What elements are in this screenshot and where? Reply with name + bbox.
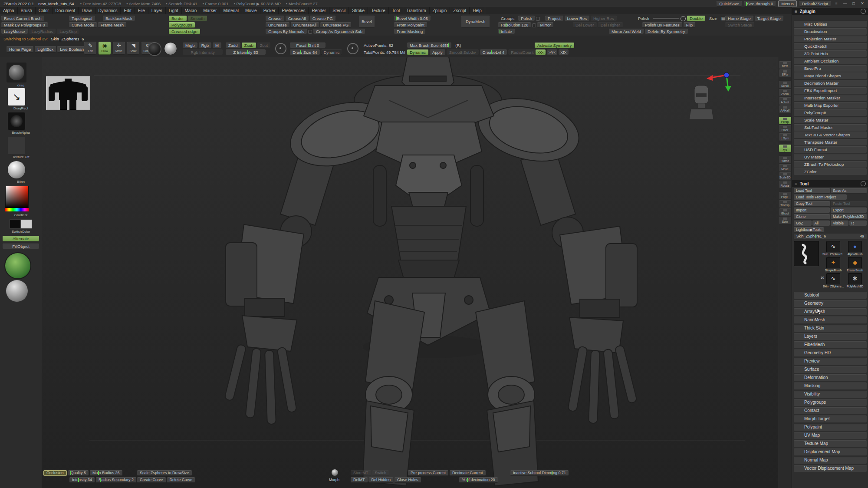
polish-slider-track[interactable] <box>653 18 679 19</box>
shelf-button[interactable]: UnCreaseAll <box>291 22 319 28</box>
rail-icon-button[interactable]: Floor <box>779 125 791 132</box>
tool-subpalette-item[interactable]: Thick Skin <box>794 325 867 332</box>
tool-subpalette-item[interactable]: UV Map <box>794 432 867 439</box>
stage-button[interactable]: Home Stage <box>725 16 753 21</box>
menu-item[interactable]: Transform <box>403 7 429 14</box>
tool-action-button[interactable]: Load Tools From Project <box>794 195 847 200</box>
ring-toggle-icon[interactable] <box>681 16 686 21</box>
brush-option-button[interactable]: CreaseLvl 4 <box>480 49 507 55</box>
zplugin-item[interactable]: 3D Print Hub <box>794 50 867 57</box>
tool-action-button[interactable]: Visible <box>831 221 848 226</box>
brush-option-button[interactable]: RadialCount <box>508 49 536 55</box>
double-button[interactable]: Double <box>687 16 705 21</box>
color-picker[interactable] <box>5 186 29 208</box>
current-color-circle[interactable] <box>4 252 31 279</box>
hue-bar[interactable] <box>5 208 29 211</box>
default-zscript-button[interactable]: DefaultZScript <box>799 1 831 7</box>
zplugin-item[interactable]: Maya Blend Shapes <box>794 73 867 79</box>
menus-button[interactable]: Menus <box>778 0 797 7</box>
rail-icon-button[interactable]: Scroll <box>779 81 791 88</box>
rail-icon-button[interactable]: L.Sym <box>779 133 791 141</box>
secondary-color-swatch[interactable] <box>21 219 32 229</box>
shelf-button[interactable]: Del Lower <box>573 22 597 28</box>
viewport[interactable]: OcclusionQuality 5Main Radius 26 Intensi… <box>42 57 778 488</box>
z-intensity-slider[interactable]: Z Intensity 53 <box>226 49 266 55</box>
tool-thumbnail-cell[interactable]: ✦ SimpleBrush <box>822 257 844 272</box>
max-brush-size-slider[interactable]: (R) <box>453 43 464 48</box>
tool-subpalette-item[interactable]: Visibility <box>794 391 867 398</box>
shelf-button[interactable]: LazyStep <box>57 29 79 34</box>
zplugin-item[interactable]: Projection Master <box>794 36 867 42</box>
tool-subpalette-item[interactable]: FiberMesh <box>794 341 867 348</box>
focal-ring-icon[interactable] <box>275 43 286 54</box>
paint-mode-button[interactable]: Mrgb <box>183 43 197 48</box>
shelf-button[interactable]: Smooth <box>188 16 207 21</box>
intensity-sphere[interactable] <box>6 280 28 302</box>
zsphere-option[interactable]: Main Radius 26 <box>90 470 122 476</box>
zplugin-item[interactable]: QuickSketch <box>794 43 867 49</box>
tool-action-button[interactable]: Save As <box>831 188 867 194</box>
dynamesh-button[interactable]: DynaMesh <box>461 16 490 28</box>
menu-item[interactable]: Texture <box>368 7 389 14</box>
shelf-button[interactable] <box>536 17 540 21</box>
tool-subpalette-item[interactable]: ArrayMesh <box>794 308 867 315</box>
dynamic-ring-icon[interactable] <box>347 43 358 54</box>
menu-item[interactable]: Edit <box>121 7 135 14</box>
tool-subpalette-item[interactable]: Subtool <box>794 292 867 299</box>
rail-icon-button[interactable]: Move <box>779 164 791 171</box>
stage-button[interactable]: Switch Stage <box>725 22 754 28</box>
menu-item[interactable]: Marker <box>200 7 220 14</box>
tool-action-button[interactable]: Import <box>794 208 830 213</box>
max-brush-size-slider[interactable]: Max Brush Size 4455 <box>407 43 451 48</box>
menu-item[interactable]: Stencil <box>329 7 349 14</box>
zplugin-item[interactable]: FBX ExportImport <box>794 87 867 94</box>
zplugin-item[interactable]: ZColor <box>794 168 867 175</box>
draw-size-slider[interactable]: Dynamic <box>321 49 342 55</box>
nav-button[interactable]: Live Boolean <box>57 46 86 53</box>
menu-item[interactable]: Help <box>470 7 485 14</box>
menu-item[interactable]: Brush <box>18 7 36 14</box>
alternate-button[interactable]: Alternate <box>3 236 39 241</box>
shelf-button[interactable]: Project <box>545 16 563 21</box>
morph-sphere-icon[interactable] <box>332 469 338 476</box>
menu-item[interactable]: Layer <box>148 7 166 14</box>
material-thumbnail[interactable] <box>8 161 25 178</box>
menu-item[interactable]: Picker <box>260 7 279 14</box>
tool-subpalette-item[interactable]: Deformation <box>794 374 867 381</box>
sculpt-mode-button[interactable]: Zsub <box>242 43 256 48</box>
shelf-button[interactable]: BackfaceMask <box>103 16 135 21</box>
zsphere-option[interactable]: Occlusion <box>43 470 67 476</box>
curve-button[interactable]: Create Curve <box>137 477 166 483</box>
curve-button[interactable]: Delete Curve <box>167 477 195 483</box>
zplugin-item[interactable]: PolyGroupIt <box>794 109 867 116</box>
menu-item[interactable]: Zscript <box>450 7 470 14</box>
current-tool-thumbnail[interactable] <box>794 241 819 266</box>
bevel-button[interactable]: Bevel <box>359 16 375 28</box>
menu-item[interactable]: Preferences <box>279 7 309 14</box>
current-brush-thumbnail[interactable] <box>7 63 26 82</box>
zplugin-item[interactable]: Transpose Master <box>794 139 867 145</box>
draw-size-slider[interactable]: Draw Size 64 <box>290 49 320 55</box>
viewport-canvas[interactable] <box>42 57 778 488</box>
menu-item[interactable]: Draw <box>79 7 95 14</box>
shelf-button[interactable]: Groups <box>498 16 517 21</box>
shelf-button[interactable]: Border <box>169 16 187 21</box>
shelf-button[interactable]: Polygroups <box>169 22 195 28</box>
tool-action-button[interactable]: Paste Tool <box>831 201 867 207</box>
rail-icon-button[interactable]: Zoom <box>779 89 791 96</box>
shelf-button[interactable]: LazyMouse <box>1 29 28 34</box>
rail-icon-button[interactable]: SPix <box>779 69 791 77</box>
tool-subpalette-item[interactable]: Displacement Map <box>794 448 867 455</box>
decimation-slider[interactable]: % of decimation 20 <box>459 477 498 483</box>
rail-icon-button[interactable]: Persp <box>779 117 791 124</box>
rail-icon-button[interactable]: Transp <box>779 200 791 208</box>
rail-icon-button[interactable]: AAHalf <box>779 106 791 113</box>
quicksave-button[interactable]: QuickSave <box>717 1 742 7</box>
shelf-button[interactable]: Curve Mode <box>69 22 97 28</box>
rail-icon-button[interactable]: Frame <box>779 156 791 163</box>
lightbox-tools-button[interactable]: Lightbox▶Tools <box>794 227 824 233</box>
zplugin-item[interactable]: SubTool Master <box>794 124 867 131</box>
shelf-button[interactable]: LazyRadius <box>29 29 56 34</box>
shelf-button[interactable]: Creased edge <box>169 29 200 34</box>
shelf-button[interactable]: From Masking <box>394 29 425 34</box>
